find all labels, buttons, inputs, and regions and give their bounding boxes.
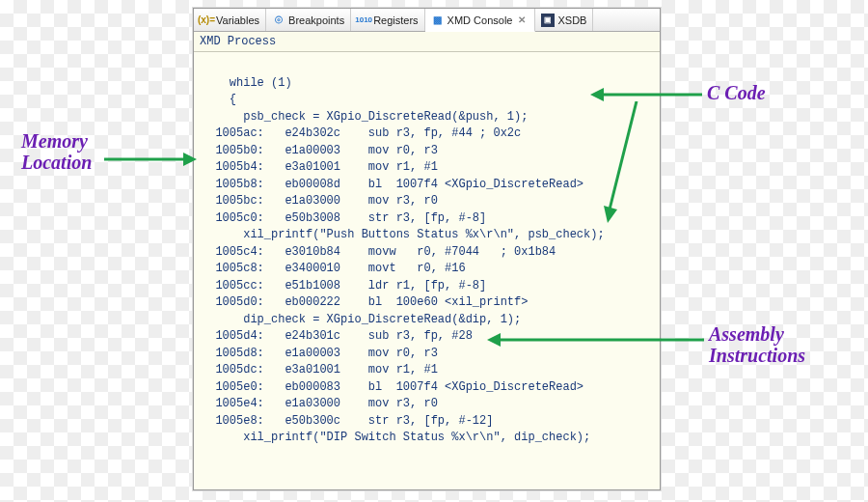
console-icon: ▩: [431, 14, 445, 27]
svg-marker-7: [487, 333, 501, 347]
breakpoints-icon: ⦾: [272, 14, 285, 27]
arrow-icon: [598, 101, 656, 227]
tab-registers[interactable]: 1010 Registers: [351, 9, 424, 31]
callout-memory-location: Memory Location: [21, 130, 92, 173]
callout-c-code: C Code: [707, 82, 766, 103]
svg-marker-5: [604, 206, 617, 223]
debug-panel: (x)= Variables ⦾ Breakpoints 1010 Regist…: [193, 8, 661, 490]
variables-icon: (x)=: [200, 14, 213, 27]
tab-label: XMD Console: [448, 14, 513, 26]
arrow-icon: [487, 328, 704, 351]
tab-xmd-console[interactable]: ▩ XMD Console ✕: [425, 9, 536, 32]
tabbar: (x)= Variables ⦾ Breakpoints 1010 Regist…: [194, 9, 660, 32]
svg-marker-1: [183, 153, 197, 166]
panel-subtitle: XMD Process: [194, 32, 660, 52]
arrow-icon: [104, 148, 197, 171]
tab-label: Breakpoints: [288, 14, 344, 26]
registers-icon: 1010: [357, 14, 370, 27]
tab-label: XSDB: [557, 14, 586, 26]
disassembly-listing: while (1) { psb_check = XGpio_DiscreteRe…: [194, 52, 660, 489]
xsdb-icon: ▣: [541, 14, 555, 27]
tab-breakpoints[interactable]: ⦾ Breakpoints: [266, 9, 351, 31]
svg-line-4: [610, 101, 637, 209]
tab-label: Variables: [216, 14, 259, 26]
close-icon[interactable]: ✕: [515, 14, 529, 27]
tab-label: Registers: [373, 14, 418, 26]
callout-assembly-instructions: Assembly Instructions: [709, 323, 805, 366]
tab-xsdb[interactable]: ▣ XSDB: [535, 9, 593, 31]
svg-marker-3: [590, 88, 604, 101]
tab-variables[interactable]: (x)= Variables: [194, 9, 266, 31]
